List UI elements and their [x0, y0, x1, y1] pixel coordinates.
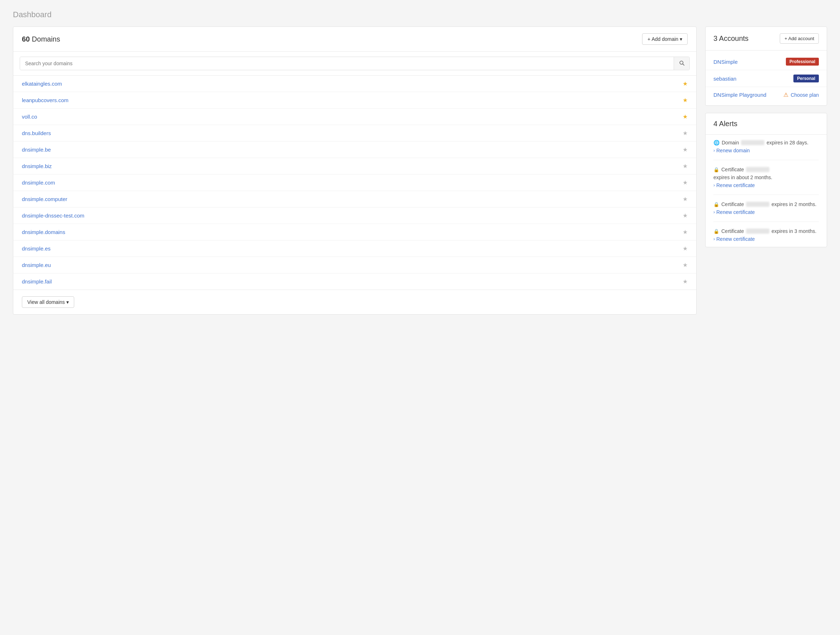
alert-action-link[interactable]: › Renew certificate	[714, 209, 819, 215]
domain-list-item: voll.co ★	[13, 109, 696, 125]
main-layout: 60 Domains + Add domain ▾ elkataingles.c…	[0, 27, 840, 328]
account-link[interactable]: DNSimple Playground	[714, 92, 766, 98]
alert-text-before: Certificate	[722, 228, 744, 234]
account-list-item: DNSimple Professional	[706, 54, 827, 70]
accounts-count: 3	[714, 35, 717, 42]
alert-item: 🔒 Certificate expires in about 2 months.…	[714, 167, 819, 195]
alert-blurred-name	[746, 167, 769, 172]
account-list: DNSimple Professional sebastian Personal…	[706, 50, 827, 106]
chevron-right-icon: ›	[714, 148, 715, 153]
domain-list-item: dns.builders ★	[13, 125, 696, 142]
add-account-button[interactable]: + Add account	[780, 33, 819, 44]
star-empty-icon[interactable]: ★	[683, 278, 688, 285]
alerts-title: 4 Alerts	[714, 120, 737, 128]
alert-blurred-name	[746, 202, 769, 207]
domains-panel-footer: View all domains ▾	[13, 290, 696, 314]
alert-action-link[interactable]: › Renew certificate	[714, 236, 819, 242]
accounts-title: 3 Accounts	[714, 35, 748, 43]
domain-list-item: dnsimple.be ★	[13, 142, 696, 158]
view-all-domains-button[interactable]: View all domains ▾	[22, 296, 74, 308]
accounts-label: Accounts	[719, 35, 748, 42]
lock-icon: 🔒	[714, 228, 719, 234]
domain-list-item: dnsimple.es ★	[13, 241, 696, 257]
account-badge-professional: Professional	[786, 58, 819, 66]
add-domain-button[interactable]: + Add domain ▾	[642, 33, 688, 45]
alert-action-link[interactable]: › Renew domain	[714, 148, 819, 153]
alert-text: 🔒 Certificate expires in 2 months.	[714, 202, 819, 207]
alert-text: 🔒 Certificate expires in about 2 months.	[714, 167, 819, 180]
svg-line-1	[683, 64, 684, 66]
domains-panel-header: 60 Domains + Add domain ▾	[13, 27, 696, 52]
alert-text-before: Domain	[722, 140, 739, 145]
alert-action-link[interactable]: › Renew certificate	[714, 183, 819, 188]
page-title: Dashboard	[0, 0, 840, 27]
alert-text-before: Certificate	[722, 167, 744, 172]
star-empty-icon[interactable]: ★	[683, 212, 688, 219]
account-link[interactable]: sebastian	[714, 76, 736, 82]
domain-link[interactable]: dnsimple.domains	[22, 229, 65, 235]
globe-icon: 🌐	[714, 140, 720, 145]
alert-blurred-name	[746, 228, 769, 234]
search-icon	[679, 60, 684, 66]
domain-list-item: dnsimple.fail ★	[13, 273, 696, 290]
accounts-card-header: 3 Accounts + Add account	[706, 27, 827, 50]
lock-icon: 🔒	[714, 202, 719, 207]
chevron-right-icon: ›	[714, 183, 715, 188]
domain-list-item: dnsimple.domains ★	[13, 224, 696, 241]
domain-list: elkataingles.com ★ leanpubcovers.com ★ v…	[13, 76, 696, 290]
alerts-card-header: 4 Alerts	[706, 113, 827, 135]
star-filled-icon[interactable]: ★	[683, 113, 688, 120]
domains-count: 60	[22, 35, 30, 43]
search-button[interactable]	[674, 57, 689, 70]
star-empty-icon[interactable]: ★	[683, 228, 688, 235]
star-empty-icon[interactable]: ★	[683, 195, 688, 202]
right-panel: 3 Accounts + Add account DNSimple Profes…	[705, 27, 827, 247]
domain-link[interactable]: elkataingles.com	[22, 80, 62, 87]
alert-text: 🌐 Domain expires in 28 days.	[714, 140, 819, 145]
domain-link[interactable]: dns.builders	[22, 130, 51, 136]
search-box	[20, 57, 690, 70]
alerts-count: 4	[714, 120, 717, 128]
star-empty-icon[interactable]: ★	[683, 163, 688, 170]
domain-list-item: elkataingles.com ★	[13, 76, 696, 92]
account-link[interactable]: DNSimple	[714, 59, 738, 65]
alert-text-after: expires in 2 months.	[772, 202, 816, 207]
alert-item: 🔒 Certificate expires in 3 months. › Ren…	[714, 228, 819, 242]
domain-link[interactable]: voll.co	[22, 113, 37, 120]
domain-link[interactable]: dnsimple.es	[22, 246, 51, 252]
account-badge-personal: Personal	[793, 74, 819, 82]
search-input[interactable]	[20, 57, 674, 69]
alert-text-before: Certificate	[722, 202, 744, 207]
alerts-card: 4 Alerts 🌐 Domain expires in 28 days. › …	[705, 113, 827, 247]
star-empty-icon[interactable]: ★	[683, 146, 688, 153]
domain-link[interactable]: dnsimple.fail	[22, 279, 52, 285]
domain-link[interactable]: leanpubcovers.com	[22, 97, 68, 103]
star-filled-icon[interactable]: ★	[683, 97, 688, 104]
warning-icon: ⚠	[783, 91, 788, 98]
domain-link[interactable]: dnsimple.eu	[22, 262, 51, 268]
star-empty-icon[interactable]: ★	[683, 179, 688, 186]
alert-item: 🌐 Domain expires in 28 days. › Renew dom…	[714, 140, 819, 160]
domain-list-item: dnsimple.eu ★	[13, 257, 696, 273]
star-filled-icon[interactable]: ★	[683, 80, 688, 87]
domain-link[interactable]: dnsimple-dnssec-test.com	[22, 213, 84, 219]
search-container	[13, 52, 696, 76]
alert-text-after: expires in 3 months.	[772, 228, 816, 234]
domain-list-item: dnsimple-dnssec-test.com ★	[13, 208, 696, 224]
account-list-item: sebastian Personal	[706, 70, 827, 87]
domain-link[interactable]: dnsimple.com	[22, 180, 55, 186]
alert-blurred-name	[741, 140, 764, 145]
alerts-body: 🌐 Domain expires in 28 days. › Renew dom…	[706, 135, 827, 247]
domain-link[interactable]: dnsimple.biz	[22, 163, 52, 169]
alert-text: 🔒 Certificate expires in 3 months.	[714, 228, 819, 234]
star-empty-icon[interactable]: ★	[683, 262, 688, 268]
domain-link[interactable]: dnsimple.be	[22, 147, 51, 153]
star-empty-icon[interactable]: ★	[683, 245, 688, 252]
alert-text-after: expires in 28 days.	[766, 140, 808, 145]
star-empty-icon[interactable]: ★	[683, 130, 688, 137]
domain-list-item: dnsimple.computer ★	[13, 191, 696, 208]
lock-icon: 🔒	[714, 167, 719, 172]
chevron-right-icon: ›	[714, 236, 715, 241]
domain-link[interactable]: dnsimple.computer	[22, 196, 67, 202]
choose-plan-link[interactable]: Choose plan	[791, 92, 819, 98]
